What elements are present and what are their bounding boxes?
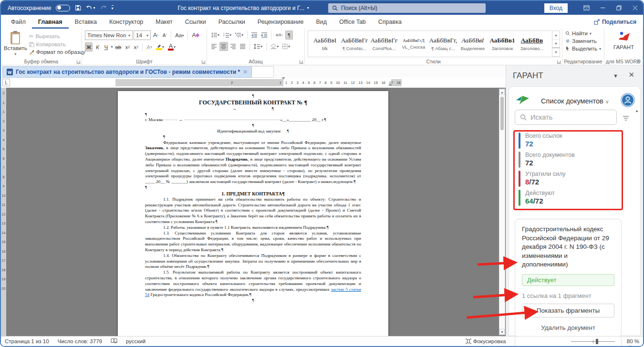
panel-scrollbar[interactable]: ▲ [635, 109, 639, 113]
customize-qat-icon[interactable]: ▾ [112, 5, 114, 10]
save-icon[interactable] [75, 5, 81, 11]
align-center-button[interactable] [219, 42, 228, 51]
document-card-title[interactable]: Градостроительный кодекс Российской Феде… [522, 225, 614, 269]
select-button[interactable]: Выделить▾ [565, 46, 602, 51]
focus-mode-button[interactable]: Фокусировка [463, 338, 509, 345]
numbered-list-button[interactable]: 12▾ [222, 31, 233, 40]
tab-Office Tab[interactable]: Office Tab [333, 15, 372, 29]
subscript-button[interactable]: x2 [124, 42, 131, 51]
strikethrough-button[interactable]: ab [114, 42, 123, 51]
autosave-toggle[interactable] [56, 5, 70, 11]
borders-button[interactable]: ▾ [281, 42, 291, 51]
increase-indent-button[interactable] [260, 31, 269, 40]
next-document-card[interactable] [515, 336, 622, 347]
restore-button[interactable] [611, 1, 627, 15]
styles-more-icon[interactable]: ▾ [552, 48, 560, 57]
style-item[interactable]: АаБбВвГгДVL_Сноска [399, 32, 428, 56]
filter-icon[interactable] [623, 114, 629, 123]
user-avatar[interactable] [620, 92, 635, 110]
styles-dialog-launcher[interactable] [557, 60, 561, 64]
font-name-select[interactable]: Times New Ron▾ [85, 31, 133, 40]
window-document-title[interactable]: Гос контракт на строительство автодороги… [178, 5, 309, 11]
indent-marker[interactable] [281, 80, 285, 88]
bullet-list-button[interactable]: ▾ [210, 31, 221, 40]
tab-Конструктор[interactable]: Конструктор [103, 15, 149, 29]
clipboard-dialog-launcher[interactable] [77, 60, 81, 64]
tab-close-icon[interactable]: ✕ [243, 69, 248, 75]
style-item[interactable]: АаБбВв1Заголовок [488, 32, 517, 56]
tab-Рецензирование[interactable]: Рецензирование [251, 15, 310, 29]
document-tab[interactable]: W Гос контракт на строительство автодоро… [2, 66, 252, 78]
show-fragments-button[interactable]: Показать фрагменты [522, 304, 614, 317]
styles-scroll-down-icon[interactable]: ▾ [552, 40, 560, 48]
garant-ribbon-button[interactable]: ГАРАНТ [613, 44, 634, 50]
italic-button[interactable]: К [93, 42, 101, 51]
shrink-font-button[interactable]: Аˇ [161, 31, 168, 40]
change-case-button[interactable]: Aa▾ [174, 31, 185, 40]
tab-Вид[interactable]: Вид [310, 15, 333, 29]
panel-collapse-icon[interactable]: ▼ [613, 73, 618, 79]
find-button[interactable]: Найти▾ [565, 31, 602, 36]
minimize-button[interactable] [594, 1, 611, 15]
zoom-slider-thumb[interactable] [596, 339, 598, 344]
close-button[interactable] [627, 1, 643, 15]
grow-font-button[interactable]: А^ [152, 31, 160, 40]
login-button[interactable]: Вход [544, 3, 568, 13]
proofing-icon[interactable] [111, 338, 117, 345]
tab-Справка[interactable]: Справка [372, 15, 408, 29]
new-tab-area[interactable] [252, 66, 274, 78]
align-left-button[interactable] [210, 42, 218, 51]
tab-Вставка[interactable]: Вставка [69, 15, 103, 29]
style-item[interactable]: АаБбВвIblk [310, 32, 340, 56]
align-right-button[interactable] [229, 42, 238, 51]
format-painter-button[interactable]: Формат по образцу [29, 49, 85, 55]
document-scrollbar[interactable]: ▲ ▼ [499, 89, 505, 335]
style-item[interactable]: АаБбВвIВыделение [458, 32, 488, 56]
underline-dropdown-icon[interactable]: ▾ [111, 45, 113, 49]
horizontal-ruler[interactable]: 2·1 1·2·3·4·5·6·7·8·9·10·11·12·13·14·15·… [115, 79, 402, 86]
share-button[interactable]: Поделиться [594, 19, 636, 25]
highlight-color-button[interactable]: ▾ [155, 42, 166, 51]
scroll-down-icon[interactable]: ▼ [499, 329, 505, 335]
style-item[interactable]: АаБбВвГг¶ ConsNo... [340, 32, 369, 56]
bold-button[interactable]: Ж [85, 42, 93, 51]
status-badge[interactable]: Действует [522, 274, 614, 286]
collapse-ribbon-icon[interactable]: ∧ [637, 59, 640, 64]
multilevel-list-button[interactable]: ▾ [234, 31, 245, 40]
ribbon-display-options-icon[interactable] [578, 1, 594, 15]
language-indicator[interactable]: русский [126, 338, 145, 344]
zoom-level[interactable]: 80 % [627, 338, 639, 344]
document-list-selector[interactable]: Список документов ∨ [530, 97, 620, 105]
font-size-select[interactable]: 14▾ [134, 31, 151, 40]
style-item[interactable]: АаБбВвГг,¶ Абзац с... [428, 32, 458, 56]
tab-Макет[interactable]: Макет [149, 15, 178, 29]
page-info[interactable]: Страница 1 из 10 [5, 338, 49, 344]
panel-close-icon[interactable]: ✕ [628, 71, 634, 79]
font-dialog-launcher[interactable] [202, 60, 206, 64]
clear-formatting-button[interactable]: А [190, 31, 200, 40]
search-input[interactable]: Поиск (Alt+Ы) [328, 3, 486, 13]
cut-button[interactable]: ✂Вырезать [29, 33, 85, 40]
paste-button[interactable]: Вставить ▾ [4, 31, 27, 57]
copy-button[interactable]: Копировать [29, 41, 85, 47]
replace-button[interactable]: Заменить [565, 38, 602, 44]
style-item[interactable]: АаБбВвЗаголово... [517, 32, 547, 56]
font-color-button[interactable]: А▾ [166, 42, 177, 51]
show-formatting-marks-button[interactable]: ¶ [285, 31, 293, 40]
panel-scroll-down-icon[interactable]: ▼ [627, 344, 633, 347]
text-effects-button[interactable]: А▾ [145, 42, 154, 51]
scroll-up-icon[interactable]: ▲ [499, 89, 505, 95]
tab-Рассылки[interactable]: Рассылки [212, 15, 251, 29]
delete-document-button[interactable]: Удалить документ [522, 324, 614, 331]
word-count[interactable]: Число слов: 3779 [58, 338, 102, 344]
style-item[interactable]: АаБбВвГгConsPlus... [369, 32, 399, 56]
paragraph-dialog-launcher[interactable] [300, 60, 303, 64]
decrease-indent-button[interactable] [250, 31, 259, 40]
line-spacing-button[interactable]: ▾ [252, 42, 264, 51]
sort-button[interactable]: АЯ↓ [274, 31, 284, 40]
shading-button[interactable]: ▾ [269, 42, 280, 51]
superscript-button[interactable]: x2 [132, 42, 140, 51]
styles-scroll-up-icon[interactable]: ▴ [552, 31, 560, 40]
tab-Файл[interactable]: Файл [5, 15, 32, 29]
vertical-ruler[interactable]: 211234567891011121314151617181920 [1, 88, 6, 336]
